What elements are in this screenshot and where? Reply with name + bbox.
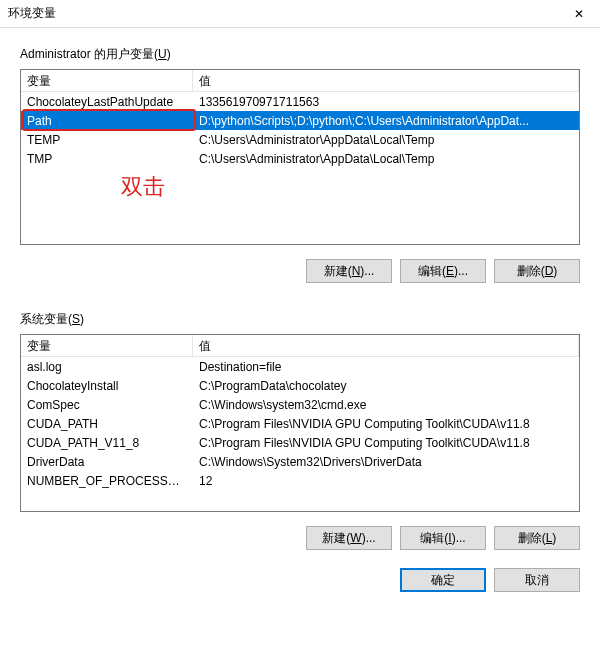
user-table-header: 变量 值 — [21, 70, 579, 92]
var-value: C:\Windows\system32\cmd.exe — [193, 397, 579, 413]
table-row[interactable]: ChocolateyLastPathUpdate1335619709717115… — [21, 92, 579, 111]
var-name: ChocolateyLastPathUpdate — [21, 94, 193, 110]
var-name: DriverData — [21, 454, 193, 470]
system-edit-button[interactable]: 编辑(I)... — [400, 526, 486, 550]
var-value: C:\Program Files\NVIDIA GPU Computing To… — [193, 435, 579, 451]
col-value[interactable]: 值 — [193, 335, 579, 356]
close-icon: ✕ — [574, 7, 584, 21]
system-buttons: 新建(W)... 编辑(I)... 删除(L) — [20, 526, 580, 550]
table-row[interactable]: asl.logDestination=file — [21, 357, 579, 376]
user-buttons: 新建(N)... 编辑(E)... 删除(D) — [20, 259, 580, 283]
system-table-header: 变量 值 — [21, 335, 579, 357]
col-variable[interactable]: 变量 — [21, 70, 193, 91]
var-name: ChocolateyInstall — [21, 378, 193, 394]
var-value: C:\Windows\System32\Drivers\DriverData — [193, 454, 579, 470]
table-row[interactable]: ChocolateyInstallC:\ProgramData\chocolat… — [21, 376, 579, 395]
window-title: 环境变量 — [8, 5, 56, 22]
titlebar: 环境变量 ✕ — [0, 0, 600, 28]
var-value: C:\Users\Administrator\AppData\Local\Tem… — [193, 132, 579, 148]
var-name: Path — [21, 113, 193, 129]
var-value: C:\Program Files\NVIDIA GPU Computing To… — [193, 416, 579, 432]
user-new-button[interactable]: 新建(N)... — [306, 259, 392, 283]
col-value[interactable]: 值 — [193, 70, 579, 91]
user-edit-button[interactable]: 编辑(E)... — [400, 259, 486, 283]
table-row[interactable]: NUMBER_OF_PROCESSORS12 — [21, 471, 579, 490]
table-row[interactable]: DriverDataC:\Windows\System32\Drivers\Dr… — [21, 452, 579, 471]
ok-button[interactable]: 确定 — [400, 568, 486, 592]
var-value: 133561970971711563 — [193, 94, 579, 110]
system-delete-button[interactable]: 删除(L) — [494, 526, 580, 550]
table-row[interactable]: CUDA_PATHC:\Program Files\NVIDIA GPU Com… — [21, 414, 579, 433]
var-name: TEMP — [21, 132, 193, 148]
var-name: NUMBER_OF_PROCESSORS — [21, 473, 193, 489]
user-vars-table[interactable]: 变量 值 ChocolateyLastPathUpdate13356197097… — [20, 69, 580, 245]
var-name: asl.log — [21, 359, 193, 375]
var-value: D:\python\Scripts\;D:\python\;C:\Users\A… — [193, 113, 579, 129]
table-row[interactable]: TMPC:\Users\Administrator\AppData\Local\… — [21, 149, 579, 168]
col-variable[interactable]: 变量 — [21, 335, 193, 356]
var-value: 12 — [193, 473, 579, 489]
var-value: Destination=file — [193, 359, 579, 375]
table-row[interactable]: ComSpecC:\Windows\system32\cmd.exe — [21, 395, 579, 414]
cancel-button[interactable]: 取消 — [494, 568, 580, 592]
user-vars-label: Administrator 的用户变量(U) — [20, 46, 580, 63]
var-value: C:\Users\Administrator\AppData\Local\Tem… — [193, 151, 579, 167]
dialog-buttons: 确定 取消 — [20, 568, 580, 592]
user-delete-button[interactable]: 删除(D) — [494, 259, 580, 283]
var-name: TMP — [21, 151, 193, 167]
var-name: CUDA_PATH_V11_8 — [21, 435, 193, 451]
var-name: ComSpec — [21, 397, 193, 413]
table-row[interactable]: PathD:\python\Scripts\;D:\python\;C:\Use… — [21, 111, 579, 130]
table-row[interactable]: TEMPC:\Users\Administrator\AppData\Local… — [21, 130, 579, 149]
table-row[interactable]: CUDA_PATH_V11_8C:\Program Files\NVIDIA G… — [21, 433, 579, 452]
system-new-button[interactable]: 新建(W)... — [306, 526, 392, 550]
system-vars-table[interactable]: 变量 值 asl.logDestination=fileChocolateyIn… — [20, 334, 580, 512]
system-vars-label: 系统变量(S) — [20, 311, 580, 328]
var-value: C:\ProgramData\chocolatey — [193, 378, 579, 394]
close-button[interactable]: ✕ — [558, 0, 600, 28]
var-name: CUDA_PATH — [21, 416, 193, 432]
